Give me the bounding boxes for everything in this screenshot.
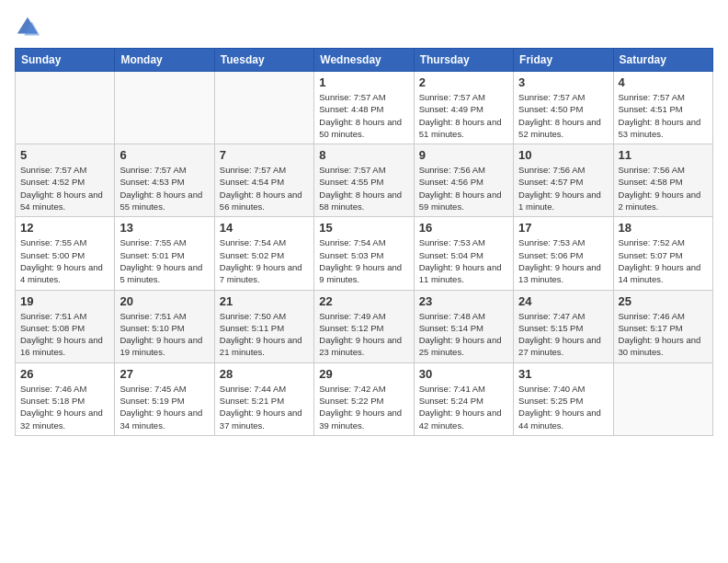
calendar-cell: 7 Sunrise: 7:57 AMSunset: 4:54 PMDayligh… <box>214 144 313 217</box>
day-number: 31 <box>518 367 608 381</box>
day-number: 9 <box>419 148 508 162</box>
calendar-cell: 3 Sunrise: 7:57 AMSunset: 4:50 PMDayligh… <box>514 72 613 144</box>
day-info: Sunrise: 7:57 AMSunset: 4:51 PMDaylight:… <box>619 91 708 140</box>
calendar-cell: 25 Sunrise: 7:46 AMSunset: 5:17 PMDaylig… <box>613 290 712 362</box>
calendar-cell: 27 Sunrise: 7:45 AMSunset: 5:19 PMDaylig… <box>115 362 214 435</box>
day-number: 7 <box>220 148 309 162</box>
calendar-cell: 26 Sunrise: 7:46 AMSunset: 5:18 PMDaylig… <box>16 362 115 435</box>
day-number: 17 <box>518 221 608 235</box>
day-number: 27 <box>119 367 209 381</box>
calendar-cell: 12 Sunrise: 7:55 AMSunset: 5:00 PMDaylig… <box>16 217 115 290</box>
weekday-header-wednesday: Wednesday <box>314 49 414 72</box>
weekday-header-saturday: Saturday <box>613 49 712 72</box>
calendar-cell: 1 Sunrise: 7:57 AMSunset: 4:48 PMDayligh… <box>314 72 414 144</box>
day-number: 26 <box>20 367 109 381</box>
calendar-cell <box>214 72 313 144</box>
weekday-header-thursday: Thursday <box>414 49 513 72</box>
day-info: Sunrise: 7:55 AMSunset: 5:01 PMDaylight:… <box>119 236 209 285</box>
day-number: 5 <box>20 148 109 162</box>
day-number: 30 <box>419 367 508 381</box>
calendar-cell: 11 Sunrise: 7:56 AMSunset: 4:58 PMDaylig… <box>613 144 712 217</box>
day-info: Sunrise: 7:47 AMSunset: 5:15 PMDaylight:… <box>518 310 608 359</box>
day-info: Sunrise: 7:57 AMSunset: 4:48 PMDaylight:… <box>319 91 408 140</box>
calendar-cell: 15 Sunrise: 7:54 AMSunset: 5:03 PMDaylig… <box>314 217 414 290</box>
calendar-week-1: 1 Sunrise: 7:57 AMSunset: 4:48 PMDayligh… <box>16 72 713 144</box>
calendar-week-4: 19 Sunrise: 7:51 AMSunset: 5:08 PMDaylig… <box>16 290 713 362</box>
day-info: Sunrise: 7:52 AMSunset: 5:07 PMDaylight:… <box>619 236 708 285</box>
calendar-week-2: 5 Sunrise: 7:57 AMSunset: 4:52 PMDayligh… <box>16 144 713 217</box>
calendar-cell: 9 Sunrise: 7:56 AMSunset: 4:56 PMDayligh… <box>414 144 513 217</box>
calendar-cell: 8 Sunrise: 7:57 AMSunset: 4:55 PMDayligh… <box>314 144 414 217</box>
day-info: Sunrise: 7:57 AMSunset: 4:55 PMDaylight:… <box>319 164 408 213</box>
day-number: 22 <box>319 294 408 308</box>
day-number: 24 <box>518 294 608 308</box>
day-number: 4 <box>619 75 708 89</box>
calendar-cell: 10 Sunrise: 7:56 AMSunset: 4:57 PMDaylig… <box>514 144 613 217</box>
day-info: Sunrise: 7:50 AMSunset: 5:11 PMDaylight:… <box>220 310 309 359</box>
day-number: 20 <box>119 294 209 308</box>
day-number: 16 <box>419 221 508 235</box>
weekday-header-tuesday: Tuesday <box>214 49 313 72</box>
day-info: Sunrise: 7:49 AMSunset: 5:12 PMDaylight:… <box>319 310 408 359</box>
day-number: 23 <box>419 294 508 308</box>
day-info: Sunrise: 7:56 AMSunset: 4:57 PMDaylight:… <box>518 164 608 213</box>
day-info: Sunrise: 7:54 AMSunset: 5:02 PMDaylight:… <box>220 236 309 285</box>
day-info: Sunrise: 7:57 AMSunset: 4:54 PMDaylight:… <box>220 164 309 213</box>
calendar-cell: 21 Sunrise: 7:50 AMSunset: 5:11 PMDaylig… <box>214 290 313 362</box>
calendar-cell: 5 Sunrise: 7:57 AMSunset: 4:52 PMDayligh… <box>16 144 115 217</box>
day-info: Sunrise: 7:57 AMSunset: 4:50 PMDaylight:… <box>518 91 608 140</box>
day-number: 14 <box>220 221 309 235</box>
day-info: Sunrise: 7:57 AMSunset: 4:52 PMDaylight:… <box>20 164 109 213</box>
day-info: Sunrise: 7:53 AMSunset: 5:06 PMDaylight:… <box>518 236 608 285</box>
day-info: Sunrise: 7:48 AMSunset: 5:14 PMDaylight:… <box>419 310 508 359</box>
calendar-cell: 13 Sunrise: 7:55 AMSunset: 5:01 PMDaylig… <box>115 217 214 290</box>
day-number: 11 <box>619 148 708 162</box>
day-info: Sunrise: 7:46 AMSunset: 5:18 PMDaylight:… <box>20 383 109 431</box>
calendar-cell: 18 Sunrise: 7:52 AMSunset: 5:07 PMDaylig… <box>613 217 712 290</box>
day-number: 12 <box>20 221 109 235</box>
calendar-cell: 2 Sunrise: 7:57 AMSunset: 4:49 PMDayligh… <box>414 72 513 144</box>
day-info: Sunrise: 7:40 AMSunset: 5:25 PMDaylight:… <box>518 383 608 431</box>
day-info: Sunrise: 7:51 AMSunset: 5:08 PMDaylight:… <box>20 310 109 359</box>
day-info: Sunrise: 7:54 AMSunset: 5:03 PMDaylight:… <box>319 236 408 285</box>
day-info: Sunrise: 7:46 AMSunset: 5:17 PMDaylight:… <box>619 310 708 359</box>
calendar-cell: 17 Sunrise: 7:53 AMSunset: 5:06 PMDaylig… <box>514 217 613 290</box>
day-info: Sunrise: 7:56 AMSunset: 4:58 PMDaylight:… <box>619 164 708 213</box>
day-info: Sunrise: 7:44 AMSunset: 5:21 PMDaylight:… <box>220 383 309 431</box>
day-number: 19 <box>20 294 109 308</box>
calendar-cell: 23 Sunrise: 7:48 AMSunset: 5:14 PMDaylig… <box>414 290 513 362</box>
calendar-cell: 22 Sunrise: 7:49 AMSunset: 5:12 PMDaylig… <box>314 290 414 362</box>
day-info: Sunrise: 7:51 AMSunset: 5:10 PMDaylight:… <box>119 310 209 359</box>
day-number: 28 <box>220 367 309 381</box>
calendar-week-3: 12 Sunrise: 7:55 AMSunset: 5:00 PMDaylig… <box>16 217 713 290</box>
day-info: Sunrise: 7:56 AMSunset: 4:56 PMDaylight:… <box>419 164 508 213</box>
day-info: Sunrise: 7:41 AMSunset: 5:24 PMDaylight:… <box>419 383 508 431</box>
calendar-cell: 14 Sunrise: 7:54 AMSunset: 5:02 PMDaylig… <box>214 217 313 290</box>
calendar-cell <box>115 72 214 144</box>
calendar-cell: 4 Sunrise: 7:57 AMSunset: 4:51 PMDayligh… <box>613 72 712 144</box>
calendar-table: SundayMondayTuesdayWednesdayThursdayFrid… <box>15 48 713 436</box>
weekday-header-monday: Monday <box>115 49 214 72</box>
day-number: 3 <box>518 75 608 89</box>
calendar-cell: 29 Sunrise: 7:42 AMSunset: 5:22 PMDaylig… <box>314 362 414 435</box>
calendar-week-5: 26 Sunrise: 7:46 AMSunset: 5:18 PMDaylig… <box>16 362 713 435</box>
calendar-cell: 16 Sunrise: 7:53 AMSunset: 5:04 PMDaylig… <box>414 217 513 290</box>
day-info: Sunrise: 7:57 AMSunset: 4:49 PMDaylight:… <box>419 91 508 140</box>
day-info: Sunrise: 7:45 AMSunset: 5:19 PMDaylight:… <box>119 383 209 431</box>
calendar-cell <box>16 72 115 144</box>
calendar-cell: 28 Sunrise: 7:44 AMSunset: 5:21 PMDaylig… <box>214 362 313 435</box>
day-info: Sunrise: 7:53 AMSunset: 5:04 PMDaylight:… <box>419 236 508 285</box>
calendar-cell <box>613 362 712 435</box>
day-number: 10 <box>518 148 608 162</box>
day-number: 8 <box>319 148 408 162</box>
day-number: 15 <box>319 221 408 235</box>
day-number: 6 <box>119 148 209 162</box>
weekday-header-sunday: Sunday <box>16 49 115 72</box>
logo-icon <box>15 15 40 40</box>
logo <box>15 15 44 40</box>
day-number: 21 <box>220 294 309 308</box>
calendar-cell: 24 Sunrise: 7:47 AMSunset: 5:15 PMDaylig… <box>514 290 613 362</box>
calendar-cell: 19 Sunrise: 7:51 AMSunset: 5:08 PMDaylig… <box>16 290 115 362</box>
calendar-cell: 20 Sunrise: 7:51 AMSunset: 5:10 PMDaylig… <box>115 290 214 362</box>
calendar-cell: 6 Sunrise: 7:57 AMSunset: 4:53 PMDayligh… <box>115 144 214 217</box>
